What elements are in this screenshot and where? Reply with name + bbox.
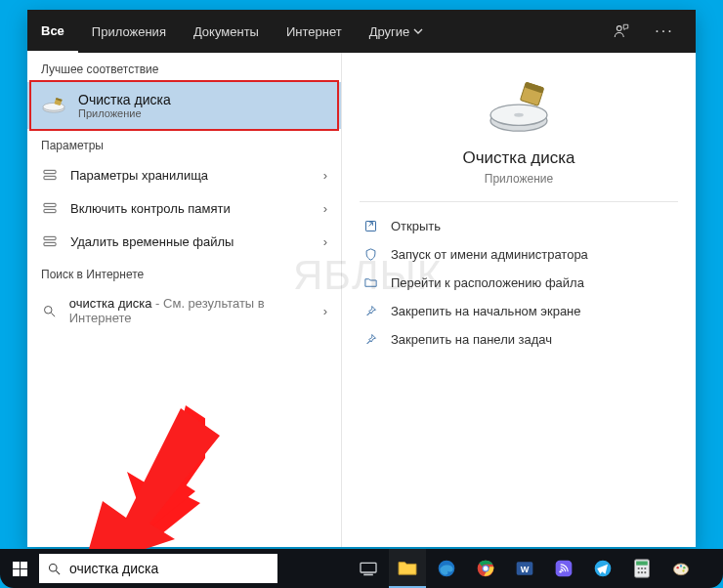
svg-rect-24 xyxy=(361,563,376,572)
action-open-location[interactable]: Перейти к расположению файла xyxy=(360,269,678,297)
best-match-subtitle: Приложение xyxy=(78,107,171,119)
action-pin-taskbar[interactable]: Закрепить на панели задач xyxy=(360,325,678,354)
taskbar-app-telegram[interactable] xyxy=(584,549,621,588)
paint-icon xyxy=(671,559,691,578)
svg-rect-6 xyxy=(44,176,56,179)
taskbar-search-box[interactable] xyxy=(39,554,277,583)
chevron-down-icon xyxy=(413,26,423,36)
web-search-query: очистка диска xyxy=(69,296,152,311)
settings-item-label: Включить контроль памяти xyxy=(70,201,231,216)
tab-more[interactable]: Другие xyxy=(356,10,438,53)
web-search-item[interactable]: очистка диска - См. результаты в Интерне… xyxy=(27,287,341,334)
taskbar-app-viber[interactable] xyxy=(545,549,582,588)
taskbar-app-edge[interactable] xyxy=(428,549,465,588)
svg-rect-36 xyxy=(636,562,648,566)
taskbar-apps: W xyxy=(350,549,700,588)
edge-icon xyxy=(437,559,456,578)
chevron-right-icon: › xyxy=(323,201,327,216)
chevron-right-icon: › xyxy=(323,168,327,183)
svg-rect-7 xyxy=(44,203,56,206)
shield-run-icon xyxy=(362,247,379,262)
svg-rect-8 xyxy=(44,209,56,212)
svg-point-39 xyxy=(644,567,646,569)
tab-all[interactable]: Все xyxy=(27,10,78,53)
best-match-title: Очистка диска xyxy=(78,92,171,107)
best-match-item[interactable]: Очистка диска Приложение xyxy=(27,82,341,129)
results-left-column: Лучшее соответствие Очистка диска Прилож… xyxy=(27,53,342,547)
svg-point-38 xyxy=(641,567,643,569)
settings-item-storage-sense[interactable]: Включить контроль памяти › xyxy=(27,191,341,225)
action-label: Запуск от имени администратора xyxy=(391,247,588,262)
action-run-admin[interactable]: Запуск от имени администратора xyxy=(360,240,678,269)
action-label: Закрепить на панели задач xyxy=(391,332,552,347)
feedback-button[interactable] xyxy=(604,10,639,53)
action-label: Открыть xyxy=(391,219,441,233)
telegram-icon xyxy=(593,559,613,578)
svg-rect-5 xyxy=(44,170,56,173)
svg-point-11 xyxy=(44,306,52,314)
tab-web[interactable]: Интернет xyxy=(273,10,356,53)
chevron-right-icon: › xyxy=(323,304,327,318)
file-explorer-icon xyxy=(397,559,418,576)
svg-rect-25 xyxy=(363,574,373,576)
svg-line-12 xyxy=(51,313,55,316)
svg-point-2 xyxy=(43,103,64,110)
svg-rect-9 xyxy=(44,236,56,239)
web-search-text: очистка диска - См. результаты в Интерне… xyxy=(69,296,312,325)
svg-line-23 xyxy=(56,570,60,574)
svg-rect-10 xyxy=(44,242,56,245)
preview-subtitle: Приложение xyxy=(360,172,678,186)
disk-cleanup-icon xyxy=(41,93,66,118)
svg-point-40 xyxy=(638,571,640,573)
svg-point-44 xyxy=(677,567,679,568)
svg-point-42 xyxy=(644,571,646,573)
task-view-button[interactable] xyxy=(350,549,387,588)
chevron-right-icon: › xyxy=(323,234,327,249)
taskbar-app-paint[interactable] xyxy=(662,549,700,588)
search-input[interactable] xyxy=(69,561,270,576)
chrome-icon xyxy=(476,559,495,578)
windows-logo-icon xyxy=(13,562,27,576)
taskbar-app-word[interactable]: W xyxy=(506,549,543,588)
separator xyxy=(360,201,678,202)
action-open[interactable]: Открыть xyxy=(360,212,678,240)
taskbar: W xyxy=(0,549,723,588)
desktop: Все Приложения Документы Интернет Другие… xyxy=(0,0,723,588)
taskbar-app-explorer[interactable] xyxy=(389,549,426,588)
svg-point-0 xyxy=(617,26,621,31)
best-match-header: Лучшее соответствие xyxy=(27,53,341,82)
search-topbar: Все Приложения Документы Интернет Другие… xyxy=(27,10,696,53)
svg-point-41 xyxy=(641,571,643,573)
start-button[interactable] xyxy=(0,549,39,588)
storage-settings-icon xyxy=(41,200,59,216)
svg-point-46 xyxy=(683,567,685,568)
search-icon xyxy=(47,562,62,576)
storage-settings-icon xyxy=(41,167,59,183)
settings-header: Параметры xyxy=(27,129,341,158)
person-feedback-icon xyxy=(613,22,630,40)
task-view-icon xyxy=(359,561,378,576)
action-label: Перейти к расположению файла xyxy=(391,275,584,290)
action-label: Закрепить на начальном экране xyxy=(391,304,581,318)
svg-point-37 xyxy=(638,567,640,569)
svg-point-33 xyxy=(560,570,562,572)
storage-settings-icon xyxy=(41,233,59,249)
tab-apps[interactable]: Приложения xyxy=(78,10,180,53)
settings-item-storage[interactable]: Параметры хранилища › xyxy=(27,158,341,191)
action-pin-start[interactable]: Закрепить на начальном экране xyxy=(360,297,678,325)
options-button[interactable]: ··· xyxy=(647,10,682,53)
preview-title: Очистка диска xyxy=(360,148,678,168)
tab-documents[interactable]: Документы xyxy=(180,10,273,53)
taskbar-app-calculator[interactable] xyxy=(623,549,660,588)
pin-taskbar-icon xyxy=(362,332,379,347)
filter-tabs: Все Приложения Документы Интернет Другие xyxy=(27,10,604,53)
settings-item-delete-temp[interactable]: Удалить временные файлы › xyxy=(27,225,341,258)
svg-point-45 xyxy=(680,565,682,567)
pin-start-icon xyxy=(362,304,379,318)
folder-location-icon xyxy=(362,275,379,290)
disk-cleanup-large-icon xyxy=(480,78,558,137)
svg-point-29 xyxy=(484,567,489,571)
taskbar-app-chrome[interactable] xyxy=(467,549,504,588)
search-results-panel: Все Приложения Документы Интернет Другие… xyxy=(27,10,696,547)
svg-point-15 xyxy=(514,113,524,117)
